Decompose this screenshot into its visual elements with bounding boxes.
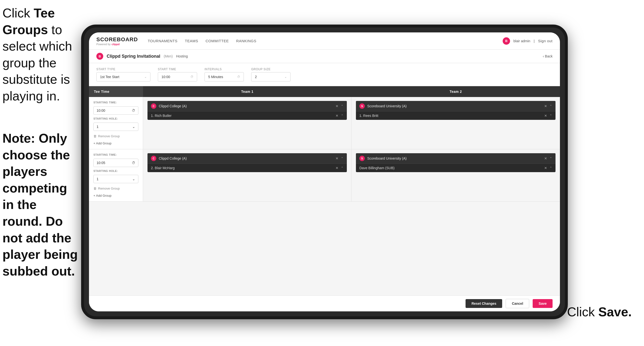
team1-player-remove-icon-1[interactable]: ✕ (336, 114, 338, 118)
starting-time-label-2: STARTING TIME: (94, 153, 138, 156)
time-icon-2: ⏱ (132, 161, 135, 165)
team1-group-header-2: C Clippd College (A) ✕ ⌃ (148, 153, 347, 164)
start-type-group: Start Type 1st Tee Start ⌄ (96, 67, 150, 81)
group-size-input[interactable]: 2 ⌄ (251, 72, 290, 81)
team1-name-1: Clippd College (A) (159, 104, 333, 108)
group-size-group: Group Size 2 ⌄ (251, 67, 290, 81)
logo-scoreboard: SCOREBOARD (96, 36, 138, 43)
hole-arrow-icon-2: ⌄ (132, 177, 135, 181)
team2-group-1[interactable]: S Scoreboard University (A) ✕ ⌃ 1. Rees … (356, 101, 556, 120)
start-type-input[interactable]: 1st Tee Start ⌄ (96, 72, 150, 81)
intervals-input[interactable]: 5 Minutes ⏱ (204, 72, 244, 81)
avatar: B (503, 37, 510, 45)
left-col-2: STARTING TIME: 10:05 ⏱ STARTING HOLE: 1 … (89, 149, 143, 201)
back-button[interactable]: ‹ Back (543, 54, 552, 58)
username: blair admin (514, 39, 530, 43)
col-team2: Team 2 (352, 86, 560, 97)
team1-group-2[interactable]: C Clippd College (A) ✕ ⌃ 2. Blair McHarg… (148, 153, 347, 172)
starting-hole-label-1: STARTING HOLE: (94, 117, 138, 120)
grid-body: STARTING TIME: 10:00 ⏱ STARTING HOLE: 1 … (89, 97, 560, 296)
starting-hole-label-2: STARTING HOLE: (94, 169, 138, 172)
team1-player-name-2: 2. Blair McHarg (151, 166, 333, 170)
team1-player-remove-icon-2[interactable]: ✕ (336, 166, 338, 170)
tablet-device: SCOREBOARD Powered by clippd TOURNAMENTS… (81, 24, 568, 319)
start-time-group: Start Time 10:00 ⏱ (158, 67, 197, 81)
add-group-button-2[interactable]: + Add Group (94, 194, 138, 197)
starting-hole-input-1[interactable]: 1 ⌄ (94, 123, 138, 131)
remove-group-button-2[interactable]: 🗑 Remove Group (94, 187, 138, 190)
event-avatar: B (96, 53, 103, 60)
left-col-1: STARTING TIME: 10:00 ⏱ STARTING HOLE: 1 … (89, 97, 143, 149)
team1-player-row-2: 2. Blair McHarg ✕ ⌃ (148, 164, 347, 172)
team2-name-1: Scoreboard University (A) (367, 104, 542, 108)
col-team1: Team 1 (143, 86, 352, 97)
table-header: Tee Time Team 1 Team 2 (89, 86, 560, 97)
cancel-button[interactable]: Cancel (506, 299, 529, 308)
team1-col-2: C Clippd College (A) ✕ ⌃ 2. Blair McHarg… (143, 149, 352, 201)
team2-player-row-2: Dave Billingham (SUB) ✕ ⌃ (356, 164, 556, 172)
nav-links: TOURNAMENTS TEAMS COMMITTEE RANKINGS (148, 38, 503, 44)
team2-player-remove-icon-2[interactable]: ✕ (544, 166, 547, 170)
team2-name-2: Scoreboard University (A) (367, 156, 542, 160)
team2-player-name-1: 1. Rees Britt (359, 114, 542, 118)
instruction-top: Click Tee Groups to select which group t… (2, 5, 79, 105)
col-tee-time: Tee Time (89, 86, 143, 97)
team2-col-2: S Scoreboard University (A) ✕ ⌃ Dave Bil… (352, 149, 560, 201)
note-label: Note: Only choose the players competing … (2, 131, 78, 278)
team2-group-header-2: S Scoreboard University (A) ✕ ⌃ (356, 153, 556, 164)
team2-group-2[interactable]: S Scoreboard University (A) ✕ ⌃ Dave Bil… (356, 153, 556, 172)
event-title: Clippd Spring Invitational (107, 54, 160, 59)
team2-player-arr-icon-2: ⌃ (550, 166, 552, 170)
remove-group-button-1[interactable]: 🗑 Remove Group (94, 134, 138, 138)
nav-rankings[interactable]: RANKINGS (236, 38, 256, 44)
team2-expand-icon-2[interactable]: ⌃ (550, 157, 552, 160)
trash-icon-2: 🗑 (94, 187, 96, 190)
nav-committee[interactable]: COMMITTEE (206, 38, 229, 44)
team2-icon-1: S (359, 103, 365, 109)
team1-close-icon-1[interactable]: ✕ (336, 104, 338, 108)
starting-time-input-1[interactable]: 10:00 ⏱ (94, 106, 138, 115)
nav-teams[interactable]: TEAMS (185, 38, 198, 44)
team2-icon-2: S (359, 156, 365, 161)
intervals-label: Intervals (204, 67, 244, 71)
main-content: Start Type 1st Tee Start ⌄ Start Time 10… (89, 63, 560, 311)
clock-icon: ⏱ (190, 75, 194, 79)
logo-area: SCOREBOARD Powered by clippd (96, 36, 138, 46)
team1-icon-2: C (151, 156, 156, 161)
starting-hole-input-2[interactable]: 1 ⌄ (94, 175, 138, 183)
team2-player-remove-icon-1[interactable]: ✕ (544, 114, 547, 118)
nav-separator: | (534, 39, 534, 43)
instruction-bottom: Note: Only choose the players competing … (2, 130, 79, 280)
navbar: SCOREBOARD Powered by clippd TOURNAMENTS… (89, 32, 560, 50)
table-row: STARTING TIME: 10:00 ⏱ STARTING HOLE: 1 … (89, 97, 560, 149)
add-group-button-1[interactable]: + Add Group (94, 141, 138, 145)
team1-group-header-1: C Clippd College (A) ✕ ⌃ (148, 101, 347, 111)
team2-player-arr-icon-1: ⌃ (550, 114, 552, 117)
reset-changes-button[interactable]: Reset Changes (466, 299, 502, 308)
start-time-input[interactable]: 10:00 ⏱ (158, 72, 197, 81)
sub-header: B Clippd Spring Invitational (Men) Hosti… (89, 50, 560, 63)
event-gender: (Men) (164, 54, 173, 58)
team2-expand-icon-1[interactable]: ⌃ (550, 104, 552, 108)
team2-col-1: S Scoreboard University (A) ✕ ⌃ 1. Rees … (352, 97, 560, 149)
team1-expand-icon-1[interactable]: ⌃ (341, 104, 344, 108)
nav-tournaments[interactable]: TOURNAMENTS (148, 38, 178, 44)
team2-close-icon-2[interactable]: ✕ (544, 156, 547, 160)
starting-time-label-1: STARTING TIME: (94, 101, 138, 104)
team1-icon-1: C (151, 103, 156, 109)
sign-out-link[interactable]: Sign out (538, 38, 552, 44)
save-button[interactable]: Save (533, 299, 552, 308)
team1-controls-1: ✕ ⌃ (336, 104, 344, 108)
intervals-clock-icon: ⏱ (237, 75, 240, 79)
form-row: Start Type 1st Tee Start ⌄ Start Time 10… (89, 63, 560, 86)
tee-groups-bold: Tee Groups (2, 6, 55, 37)
click-save-label: Click Save. (567, 305, 632, 319)
team1-player-name-1: 1. Rich Butler (151, 114, 333, 118)
team1-group-1[interactable]: C Clippd College (A) ✕ ⌃ 1. Rich Butler … (148, 101, 347, 120)
intervals-group: Intervals 5 Minutes ⏱ (204, 67, 244, 81)
start-time-label: Start Time (158, 67, 197, 71)
team1-close-icon-2[interactable]: ✕ (336, 156, 338, 160)
team2-close-icon-1[interactable]: ✕ (544, 104, 547, 108)
starting-time-input-2[interactable]: 10:05 ⏱ (94, 159, 138, 167)
team1-expand-icon-2[interactable]: ⌃ (341, 157, 344, 160)
